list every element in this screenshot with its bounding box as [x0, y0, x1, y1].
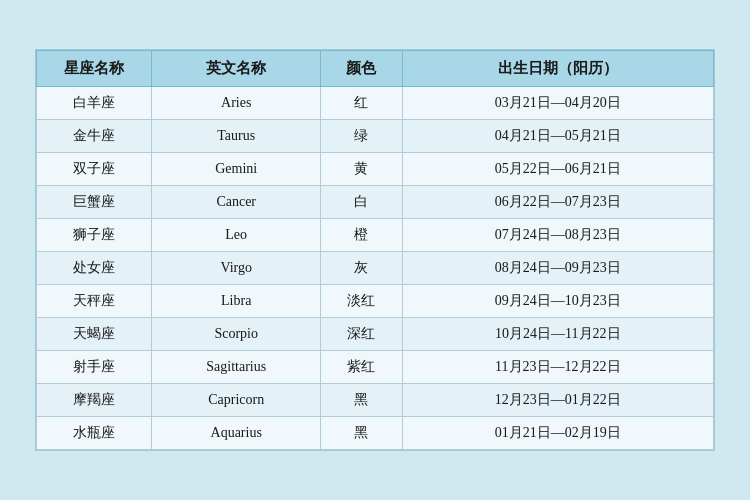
table-row: 狮子座Leo橙07月24日—08月23日 — [37, 219, 714, 252]
header-color: 颜色 — [321, 51, 402, 87]
table-row: 白羊座Aries红03月21日—04月20日 — [37, 87, 714, 120]
cell-chinese: 白羊座 — [37, 87, 152, 120]
zodiac-table: 星座名称 英文名称 颜色 出生日期（阳历） 白羊座Aries红03月21日—04… — [36, 50, 714, 450]
table-row: 摩羯座Capricorn黑12月23日—01月22日 — [37, 384, 714, 417]
table-header-row: 星座名称 英文名称 颜色 出生日期（阳历） — [37, 51, 714, 87]
cell-english: Aquarius — [152, 417, 321, 450]
cell-chinese: 水瓶座 — [37, 417, 152, 450]
cell-english: Leo — [152, 219, 321, 252]
cell-date: 03月21日—04月20日 — [402, 87, 713, 120]
cell-chinese: 处女座 — [37, 252, 152, 285]
table-row: 处女座Virgo灰08月24日—09月23日 — [37, 252, 714, 285]
cell-chinese: 金牛座 — [37, 120, 152, 153]
cell-date: 12月23日—01月22日 — [402, 384, 713, 417]
table-row: 天蝎座Scorpio深红10月24日—11月22日 — [37, 318, 714, 351]
cell-color: 淡红 — [321, 285, 402, 318]
cell-chinese: 双子座 — [37, 153, 152, 186]
cell-date: 04月21日—05月21日 — [402, 120, 713, 153]
header-english: 英文名称 — [152, 51, 321, 87]
table-row: 巨蟹座Cancer白06月22日—07月23日 — [37, 186, 714, 219]
cell-date: 08月24日—09月23日 — [402, 252, 713, 285]
table-row: 水瓶座Aquarius黑01月21日—02月19日 — [37, 417, 714, 450]
table-row: 天秤座Libra淡红09月24日—10月23日 — [37, 285, 714, 318]
cell-color: 紫红 — [321, 351, 402, 384]
cell-date: 10月24日—11月22日 — [402, 318, 713, 351]
cell-date: 06月22日—07月23日 — [402, 186, 713, 219]
cell-english: Virgo — [152, 252, 321, 285]
cell-date: 05月22日—06月21日 — [402, 153, 713, 186]
cell-color: 灰 — [321, 252, 402, 285]
table-row: 金牛座Taurus绿04月21日—05月21日 — [37, 120, 714, 153]
cell-english: Gemini — [152, 153, 321, 186]
cell-color: 红 — [321, 87, 402, 120]
cell-color: 黑 — [321, 384, 402, 417]
cell-date: 11月23日—12月22日 — [402, 351, 713, 384]
cell-color: 黑 — [321, 417, 402, 450]
cell-english: Aries — [152, 87, 321, 120]
header-chinese: 星座名称 — [37, 51, 152, 87]
cell-english: Cancer — [152, 186, 321, 219]
cell-english: Sagittarius — [152, 351, 321, 384]
cell-chinese: 巨蟹座 — [37, 186, 152, 219]
cell-date: 09月24日—10月23日 — [402, 285, 713, 318]
cell-color: 绿 — [321, 120, 402, 153]
cell-english: Taurus — [152, 120, 321, 153]
cell-chinese: 狮子座 — [37, 219, 152, 252]
cell-color: 黄 — [321, 153, 402, 186]
cell-color: 白 — [321, 186, 402, 219]
cell-chinese: 射手座 — [37, 351, 152, 384]
cell-chinese: 摩羯座 — [37, 384, 152, 417]
zodiac-table-container: 星座名称 英文名称 颜色 出生日期（阳历） 白羊座Aries红03月21日—04… — [35, 49, 715, 451]
cell-english: Scorpio — [152, 318, 321, 351]
cell-date: 01月21日—02月19日 — [402, 417, 713, 450]
cell-date: 07月24日—08月23日 — [402, 219, 713, 252]
header-date: 出生日期（阳历） — [402, 51, 713, 87]
cell-english: Libra — [152, 285, 321, 318]
table-body: 白羊座Aries红03月21日—04月20日金牛座Taurus绿04月21日—0… — [37, 87, 714, 450]
cell-chinese: 天蝎座 — [37, 318, 152, 351]
table-row: 双子座Gemini黄05月22日—06月21日 — [37, 153, 714, 186]
table-row: 射手座Sagittarius紫红11月23日—12月22日 — [37, 351, 714, 384]
cell-color: 深红 — [321, 318, 402, 351]
cell-color: 橙 — [321, 219, 402, 252]
cell-english: Capricorn — [152, 384, 321, 417]
cell-chinese: 天秤座 — [37, 285, 152, 318]
